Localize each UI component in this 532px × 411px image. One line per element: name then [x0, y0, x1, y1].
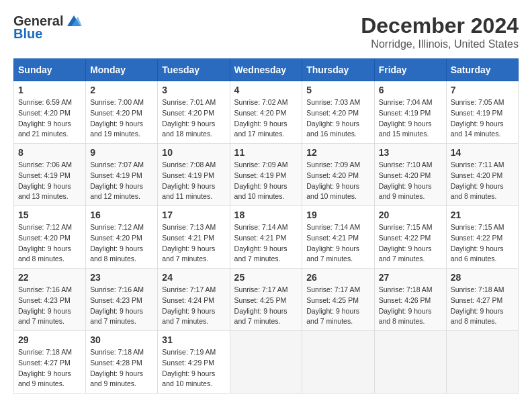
- day-info: Sunrise: 7:18 AM Sunset: 4:28 PM Dayligh…: [90, 348, 144, 387]
- day-header-wednesday: Wednesday: [230, 59, 302, 81]
- day-info: Sunrise: 7:04 AM Sunset: 4:19 PM Dayligh…: [379, 98, 433, 138]
- day-number: 3: [162, 85, 225, 95]
- location-title: Norridge, Illinois, United States: [361, 38, 519, 50]
- title-area: December 2024 Norridge, Illinois, United…: [361, 13, 519, 50]
- day-number: 9: [90, 147, 153, 158]
- day-number: 6: [379, 85, 442, 95]
- day-info: Sunrise: 7:09 AM Sunset: 4:19 PM Dayligh…: [234, 161, 288, 200]
- day-header-friday: Friday: [374, 59, 446, 81]
- day-number: 29: [18, 334, 81, 345]
- calendar-cell: 11 Sunrise: 7:09 AM Sunset: 4:19 PM Dayl…: [230, 144, 302, 206]
- logo-icon: [64, 14, 83, 29]
- calendar-cell: 28 Sunrise: 7:18 AM Sunset: 4:27 PM Dayl…: [446, 269, 518, 331]
- calendar-cell: 8 Sunrise: 7:06 AM Sunset: 4:19 PM Dayli…: [14, 144, 86, 206]
- logo-blue: Blue: [13, 26, 42, 42]
- day-number: 15: [18, 210, 81, 220]
- day-info: Sunrise: 7:18 AM Sunset: 4:27 PM Dayligh…: [451, 285, 504, 325]
- calendar-cell: 26 Sunrise: 7:17 AM Sunset: 4:25 PM Dayl…: [302, 269, 374, 331]
- calendar-cell: 18 Sunrise: 7:14 AM Sunset: 4:21 PM Dayl…: [230, 206, 302, 269]
- day-number: 22: [18, 272, 81, 283]
- header: General Blue December 2024 Norridge, Ill…: [13, 13, 519, 50]
- day-info: Sunrise: 7:05 AM Sunset: 4:19 PM Dayligh…: [451, 98, 504, 138]
- day-number: 1: [18, 85, 81, 95]
- day-number: 5: [306, 85, 369, 95]
- day-header-thursday: Thursday: [302, 59, 374, 81]
- day-info: Sunrise: 7:18 AM Sunset: 4:27 PM Dayligh…: [18, 348, 72, 387]
- logo: General Blue: [13, 13, 83, 42]
- day-header-tuesday: Tuesday: [158, 59, 230, 81]
- day-info: Sunrise: 7:01 AM Sunset: 4:20 PM Dayligh…: [162, 98, 216, 138]
- day-info: Sunrise: 7:14 AM Sunset: 4:21 PM Dayligh…: [234, 223, 288, 263]
- day-header-monday: Monday: [86, 59, 158, 81]
- calendar-cell: 6 Sunrise: 7:04 AM Sunset: 4:19 PM Dayli…: [374, 81, 446, 144]
- calendar-cell: 17 Sunrise: 7:13 AM Sunset: 4:21 PM Dayl…: [158, 206, 230, 269]
- day-number: 23: [90, 272, 153, 283]
- calendar-cell: 12 Sunrise: 7:09 AM Sunset: 4:20 PM Dayl…: [302, 144, 374, 206]
- calendar-cell: 10 Sunrise: 7:08 AM Sunset: 4:19 PM Dayl…: [158, 144, 230, 206]
- day-number: 26: [306, 272, 369, 283]
- calendar-cell: 15 Sunrise: 7:12 AM Sunset: 4:20 PM Dayl…: [14, 206, 86, 269]
- day-number: 24: [162, 272, 225, 283]
- calendar-cell: 30 Sunrise: 7:18 AM Sunset: 4:28 PM Dayl…: [86, 331, 158, 394]
- calendar-cell: [374, 331, 446, 394]
- day-number: 25: [234, 272, 298, 283]
- day-info: Sunrise: 6:59 AM Sunset: 4:20 PM Dayligh…: [18, 98, 72, 138]
- day-info: Sunrise: 7:11 AM Sunset: 4:20 PM Dayligh…: [451, 161, 504, 200]
- day-number: 2: [90, 85, 153, 95]
- day-info: Sunrise: 7:19 AM Sunset: 4:29 PM Dayligh…: [162, 348, 216, 387]
- day-number: 11: [234, 147, 298, 158]
- calendar-cell: 13 Sunrise: 7:10 AM Sunset: 4:20 PM Dayl…: [374, 144, 446, 206]
- calendar-cell: 7 Sunrise: 7:05 AM Sunset: 4:19 PM Dayli…: [446, 81, 518, 144]
- day-header-sunday: Sunday: [14, 59, 86, 81]
- calendar-cell: 2 Sunrise: 7:00 AM Sunset: 4:20 PM Dayli…: [86, 81, 158, 144]
- calendar-cell: 22 Sunrise: 7:16 AM Sunset: 4:23 PM Dayl…: [14, 269, 86, 331]
- day-number: 14: [451, 147, 514, 158]
- calendar-cell: 5 Sunrise: 7:03 AM Sunset: 4:20 PM Dayli…: [302, 81, 374, 144]
- day-number: 28: [451, 272, 514, 283]
- calendar-cell: 3 Sunrise: 7:01 AM Sunset: 4:20 PM Dayli…: [158, 81, 230, 144]
- day-info: Sunrise: 7:03 AM Sunset: 4:20 PM Dayligh…: [306, 98, 360, 138]
- calendar-cell: 14 Sunrise: 7:11 AM Sunset: 4:20 PM Dayl…: [446, 144, 518, 206]
- day-info: Sunrise: 7:07 AM Sunset: 4:19 PM Dayligh…: [90, 161, 144, 200]
- calendar-cell: [302, 331, 374, 394]
- calendar-cell: 19 Sunrise: 7:14 AM Sunset: 4:21 PM Dayl…: [302, 206, 374, 269]
- calendar-cell: 9 Sunrise: 7:07 AM Sunset: 4:19 PM Dayli…: [86, 144, 158, 206]
- day-number: 12: [306, 147, 369, 158]
- day-info: Sunrise: 7:15 AM Sunset: 4:22 PM Dayligh…: [451, 223, 504, 263]
- day-number: 16: [90, 210, 153, 220]
- day-info: Sunrise: 7:17 AM Sunset: 4:24 PM Dayligh…: [162, 285, 216, 325]
- day-number: 17: [162, 210, 225, 220]
- calendar-cell: 31 Sunrise: 7:19 AM Sunset: 4:29 PM Dayl…: [158, 331, 230, 394]
- calendar-cell: 25 Sunrise: 7:17 AM Sunset: 4:25 PM Dayl…: [230, 269, 302, 331]
- day-number: 18: [234, 210, 298, 220]
- day-number: 4: [234, 85, 298, 95]
- calendar-cell: 27 Sunrise: 7:18 AM Sunset: 4:26 PM Dayl…: [374, 269, 446, 331]
- day-info: Sunrise: 7:15 AM Sunset: 4:22 PM Dayligh…: [379, 223, 433, 263]
- day-info: Sunrise: 7:17 AM Sunset: 4:25 PM Dayligh…: [234, 285, 288, 325]
- day-number: 19: [306, 210, 369, 220]
- day-number: 30: [90, 334, 153, 345]
- month-title: December 2024: [361, 13, 519, 38]
- day-number: 7: [451, 85, 514, 95]
- calendar-cell: 21 Sunrise: 7:15 AM Sunset: 4:22 PM Dayl…: [446, 206, 518, 269]
- day-number: 13: [379, 147, 442, 158]
- day-number: 21: [451, 210, 514, 220]
- calendar-cell: 4 Sunrise: 7:02 AM Sunset: 4:20 PM Dayli…: [230, 81, 302, 144]
- day-info: Sunrise: 7:17 AM Sunset: 4:25 PM Dayligh…: [306, 285, 360, 325]
- day-number: 31: [162, 334, 225, 345]
- calendar: SundayMondayTuesdayWednesdayThursdayFrid…: [13, 58, 519, 394]
- day-info: Sunrise: 7:12 AM Sunset: 4:20 PM Dayligh…: [90, 223, 144, 263]
- day-info: Sunrise: 7:14 AM Sunset: 4:21 PM Dayligh…: [306, 223, 360, 263]
- day-info: Sunrise: 7:13 AM Sunset: 4:21 PM Dayligh…: [162, 223, 216, 263]
- day-info: Sunrise: 7:08 AM Sunset: 4:19 PM Dayligh…: [162, 161, 216, 200]
- day-info: Sunrise: 7:16 AM Sunset: 4:23 PM Dayligh…: [90, 285, 144, 325]
- calendar-cell: 29 Sunrise: 7:18 AM Sunset: 4:27 PM Dayl…: [14, 331, 86, 394]
- day-info: Sunrise: 7:16 AM Sunset: 4:23 PM Dayligh…: [18, 285, 72, 325]
- day-info: Sunrise: 7:10 AM Sunset: 4:20 PM Dayligh…: [379, 161, 433, 200]
- day-info: Sunrise: 7:09 AM Sunset: 4:20 PM Dayligh…: [306, 161, 360, 200]
- calendar-cell: [230, 331, 302, 394]
- day-info: Sunrise: 7:12 AM Sunset: 4:20 PM Dayligh…: [18, 223, 72, 263]
- day-number: 27: [379, 272, 442, 283]
- day-info: Sunrise: 7:02 AM Sunset: 4:20 PM Dayligh…: [234, 98, 288, 138]
- calendar-cell: [446, 331, 518, 394]
